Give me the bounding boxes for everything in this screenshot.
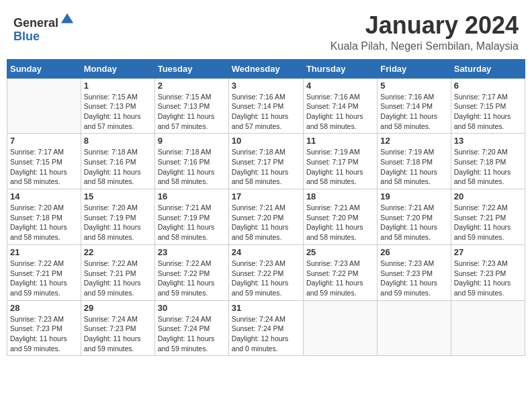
col-thursday: Thursday	[303, 59, 377, 78]
col-wednesday: Wednesday	[228, 59, 303, 78]
day-number: 7	[10, 136, 78, 146]
day-detail: Sunrise: 7:21 AM Sunset: 7:20 PM Dayligh…	[380, 203, 447, 242]
calendar-cell: 15Sunrise: 7:20 AM Sunset: 7:19 PM Dayli…	[81, 189, 154, 245]
calendar-cell	[7, 78, 81, 134]
calendar-cell: 30Sunrise: 7:24 AM Sunset: 7:24 PM Dayli…	[154, 300, 228, 356]
day-detail: Sunrise: 7:18 AM Sunset: 7:16 PM Dayligh…	[84, 147, 152, 187]
day-detail: Sunrise: 7:20 AM Sunset: 7:18 PM Dayligh…	[10, 203, 78, 242]
calendar-table: Sunday Monday Tuesday Wednesday Thursday…	[7, 59, 525, 357]
calendar-cell: 9Sunrise: 7:18 AM Sunset: 7:16 PM Daylig…	[154, 134, 228, 189]
page-header: General Blue January 2024 Kuala Pilah, N…	[7, 7, 525, 55]
day-detail: Sunrise: 7:19 AM Sunset: 7:17 PM Dayligh…	[306, 147, 374, 187]
logo: General Blue	[13, 12, 75, 44]
day-number: 13	[454, 136, 522, 146]
day-detail: Sunrise: 7:17 AM Sunset: 7:15 PM Dayligh…	[454, 92, 522, 132]
day-number: 18	[306, 191, 374, 201]
calendar-cell: 22Sunrise: 7:22 AM Sunset: 7:21 PM Dayli…	[81, 244, 154, 300]
day-number: 29	[84, 303, 152, 313]
calendar-week-row: 21Sunrise: 7:22 AM Sunset: 7:21 PM Dayli…	[7, 244, 525, 300]
day-detail: Sunrise: 7:24 AM Sunset: 7:23 PM Dayligh…	[84, 314, 152, 354]
day-number: 6	[454, 81, 522, 91]
day-number: 25	[306, 247, 374, 257]
logo-icon	[60, 12, 75, 27]
calendar-cell: 25Sunrise: 7:23 AM Sunset: 7:22 PM Dayli…	[303, 244, 377, 300]
day-number: 5	[380, 81, 447, 91]
day-number: 9	[158, 136, 226, 146]
calendar-cell: 10Sunrise: 7:18 AM Sunset: 7:17 PM Dayli…	[228, 134, 303, 189]
calendar-cell: 14Sunrise: 7:20 AM Sunset: 7:18 PM Dayli…	[7, 189, 81, 245]
col-sunday: Sunday	[7, 59, 81, 78]
calendar-cell: 20Sunrise: 7:22 AM Sunset: 7:21 PM Dayli…	[451, 189, 525, 245]
calendar-cell: 5Sunrise: 7:16 AM Sunset: 7:14 PM Daylig…	[378, 78, 451, 134]
svg-marker-0	[61, 13, 73, 24]
calendar-cell: 12Sunrise: 7:19 AM Sunset: 7:18 PM Dayli…	[378, 134, 451, 189]
calendar-cell: 23Sunrise: 7:22 AM Sunset: 7:22 PM Dayli…	[154, 244, 228, 300]
calendar-cell: 13Sunrise: 7:20 AM Sunset: 7:18 PM Dayli…	[451, 134, 525, 189]
day-number: 28	[10, 303, 78, 313]
col-saturday: Saturday	[451, 59, 525, 78]
calendar-cell: 6Sunrise: 7:17 AM Sunset: 7:15 PM Daylig…	[451, 78, 525, 134]
day-detail: Sunrise: 7:19 AM Sunset: 7:18 PM Dayligh…	[380, 147, 447, 187]
day-detail: Sunrise: 7:24 AM Sunset: 7:24 PM Dayligh…	[158, 314, 226, 354]
day-detail: Sunrise: 7:23 AM Sunset: 7:23 PM Dayligh…	[10, 314, 78, 354]
day-detail: Sunrise: 7:16 AM Sunset: 7:14 PM Dayligh…	[306, 92, 374, 132]
day-number: 11	[306, 136, 374, 146]
day-detail: Sunrise: 7:22 AM Sunset: 7:21 PM Dayligh…	[10, 259, 78, 298]
day-number: 2	[158, 81, 226, 91]
day-number: 23	[158, 247, 226, 257]
calendar-week-row: 14Sunrise: 7:20 AM Sunset: 7:18 PM Dayli…	[7, 189, 525, 245]
calendar-cell: 18Sunrise: 7:21 AM Sunset: 7:20 PM Dayli…	[303, 189, 377, 245]
day-detail: Sunrise: 7:23 AM Sunset: 7:23 PM Dayligh…	[380, 259, 447, 298]
day-detail: Sunrise: 7:17 AM Sunset: 7:15 PM Dayligh…	[10, 147, 78, 187]
day-number: 20	[454, 191, 522, 201]
calendar-cell: 17Sunrise: 7:21 AM Sunset: 7:20 PM Dayli…	[228, 189, 303, 245]
day-number: 16	[158, 191, 226, 201]
day-number: 3	[232, 81, 300, 91]
day-number: 4	[306, 81, 374, 91]
day-number: 14	[10, 191, 78, 201]
calendar-cell: 1Sunrise: 7:15 AM Sunset: 7:13 PM Daylig…	[81, 78, 154, 134]
col-tuesday: Tuesday	[154, 59, 228, 78]
calendar-week-row: 28Sunrise: 7:23 AM Sunset: 7:23 PM Dayli…	[7, 300, 525, 356]
day-detail: Sunrise: 7:21 AM Sunset: 7:19 PM Dayligh…	[158, 203, 226, 242]
day-detail: Sunrise: 7:21 AM Sunset: 7:20 PM Dayligh…	[232, 203, 300, 242]
calendar-cell	[303, 300, 377, 356]
day-detail: Sunrise: 7:22 AM Sunset: 7:21 PM Dayligh…	[454, 203, 522, 242]
day-number: 19	[380, 191, 447, 201]
col-friday: Friday	[378, 59, 451, 78]
calendar-title: January 2024	[330, 12, 519, 39]
day-detail: Sunrise: 7:23 AM Sunset: 7:22 PM Dayligh…	[232, 259, 300, 298]
day-number: 22	[84, 247, 152, 257]
calendar-cell: 29Sunrise: 7:24 AM Sunset: 7:23 PM Dayli…	[81, 300, 154, 356]
day-detail: Sunrise: 7:15 AM Sunset: 7:13 PM Dayligh…	[84, 92, 152, 132]
day-detail: Sunrise: 7:18 AM Sunset: 7:17 PM Dayligh…	[232, 147, 300, 187]
day-number: 17	[232, 191, 300, 201]
calendar-cell: 3Sunrise: 7:16 AM Sunset: 7:14 PM Daylig…	[228, 78, 303, 134]
calendar-cell: 26Sunrise: 7:23 AM Sunset: 7:23 PM Dayli…	[378, 244, 451, 300]
calendar-cell	[451, 300, 525, 356]
day-number: 31	[232, 303, 300, 313]
day-detail: Sunrise: 7:22 AM Sunset: 7:22 PM Dayligh…	[158, 259, 226, 298]
day-number: 24	[232, 247, 300, 257]
calendar-week-row: 1Sunrise: 7:15 AM Sunset: 7:13 PM Daylig…	[7, 78, 525, 134]
header-row: Sunday Monday Tuesday Wednesday Thursday…	[7, 59, 525, 78]
day-number: 27	[454, 247, 522, 257]
day-detail: Sunrise: 7:22 AM Sunset: 7:21 PM Dayligh…	[84, 259, 152, 298]
day-number: 8	[84, 136, 152, 146]
day-number: 1	[84, 81, 152, 91]
calendar-cell	[378, 300, 451, 356]
day-detail: Sunrise: 7:18 AM Sunset: 7:16 PM Dayligh…	[158, 147, 226, 187]
calendar-cell: 21Sunrise: 7:22 AM Sunset: 7:21 PM Dayli…	[7, 244, 81, 300]
day-detail: Sunrise: 7:23 AM Sunset: 7:23 PM Dayligh…	[454, 259, 522, 298]
day-detail: Sunrise: 7:24 AM Sunset: 7:24 PM Dayligh…	[232, 314, 300, 354]
day-detail: Sunrise: 7:21 AM Sunset: 7:20 PM Dayligh…	[306, 203, 374, 242]
calendar-cell: 27Sunrise: 7:23 AM Sunset: 7:23 PM Dayli…	[451, 244, 525, 300]
col-monday: Monday	[81, 59, 154, 78]
calendar-cell: 7Sunrise: 7:17 AM Sunset: 7:15 PM Daylig…	[7, 134, 81, 189]
title-block: January 2024 Kuala Pilah, Negeri Sembila…	[330, 12, 519, 52]
calendar-subtitle: Kuala Pilah, Negeri Sembilan, Malaysia	[330, 40, 519, 52]
calendar-cell: 4Sunrise: 7:16 AM Sunset: 7:14 PM Daylig…	[303, 78, 377, 134]
day-number: 10	[232, 136, 300, 146]
day-number: 21	[10, 247, 78, 257]
calendar-cell: 19Sunrise: 7:21 AM Sunset: 7:20 PM Dayli…	[378, 189, 451, 245]
